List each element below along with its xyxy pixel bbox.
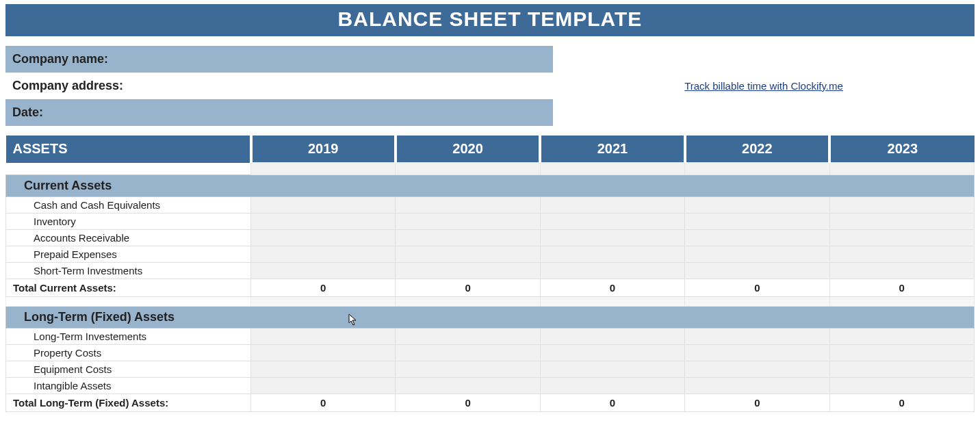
table-row[interactable]: Prepaid Expenses <box>6 246 975 263</box>
total-label: Total Current Assets: <box>6 279 251 297</box>
cell[interactable] <box>540 345 684 361</box>
cell[interactable] <box>251 214 396 230</box>
cell[interactable] <box>540 214 684 230</box>
cell[interactable] <box>540 230 684 246</box>
table-row[interactable] <box>6 297 975 307</box>
cell[interactable] <box>685 246 829 263</box>
cell[interactable] <box>685 378 829 394</box>
table-row[interactable]: Accounts Receivable <box>6 230 975 246</box>
fixed-assets-header-row[interactable]: Long-Term (Fixed) Assets <box>6 307 975 329</box>
table-row[interactable]: Cash and Cash Equivalents <box>6 197 975 214</box>
cell[interactable] <box>829 361 974 378</box>
row-label: Intangible Assets <box>6 378 251 394</box>
cell[interactable] <box>540 361 684 378</box>
cell[interactable] <box>540 329 684 345</box>
row-label: Inventory <box>6 214 251 230</box>
cell[interactable] <box>251 329 396 345</box>
total-value: 0 <box>251 279 396 297</box>
cell[interactable] <box>685 197 829 214</box>
cell[interactable] <box>829 378 974 394</box>
clockify-link[interactable]: Track billable time with Clockify.me <box>684 80 843 92</box>
total-value: 0 <box>540 279 684 297</box>
table-row[interactable]: Property Costs <box>6 345 975 361</box>
total-current-assets-row[interactable]: Total Current Assets: 0 0 0 0 0 <box>6 279 975 297</box>
cell[interactable] <box>396 378 540 394</box>
fixed-assets-header: Long-Term (Fixed) Assets <box>6 307 975 329</box>
cell[interactable] <box>396 230 540 246</box>
current-assets-header: Current Assets <box>6 175 975 197</box>
cell[interactable] <box>829 329 974 345</box>
cell[interactable] <box>685 263 829 279</box>
cell[interactable] <box>396 246 540 263</box>
cell[interactable] <box>251 263 396 279</box>
total-value: 0 <box>829 279 974 297</box>
cell[interactable] <box>829 230 974 246</box>
cell[interactable] <box>829 246 974 263</box>
row-label: Accounts Receivable <box>6 230 251 246</box>
total-label: Total Long-Term (Fixed) Assets: <box>6 394 251 412</box>
table-row[interactable]: Equipment Costs <box>6 361 975 378</box>
table-row[interactable]: Intangible Assets <box>6 378 975 394</box>
cell[interactable] <box>685 345 829 361</box>
assets-header: ASSETS <box>6 136 251 163</box>
cell[interactable] <box>540 378 684 394</box>
cell[interactable] <box>396 329 540 345</box>
cell[interactable] <box>396 214 540 230</box>
cell[interactable] <box>251 378 396 394</box>
total-value: 0 <box>396 394 540 412</box>
cell[interactable] <box>829 263 974 279</box>
cell[interactable] <box>251 361 396 378</box>
cell[interactable] <box>251 197 396 214</box>
cell[interactable] <box>685 361 829 378</box>
current-assets-header-row[interactable]: Current Assets <box>6 175 975 197</box>
cell[interactable] <box>251 230 396 246</box>
cell[interactable] <box>540 197 684 214</box>
year-header: 2020 <box>396 136 540 163</box>
cell[interactable] <box>685 214 829 230</box>
cell[interactable] <box>396 361 540 378</box>
cell[interactable] <box>829 345 974 361</box>
cell[interactable] <box>251 246 396 263</box>
company-name-label[interactable]: Company name: <box>5 46 553 73</box>
cell[interactable] <box>396 263 540 279</box>
table-header-row: ASSETS 2019 2020 2021 2022 2023 <box>6 136 975 163</box>
year-header: 2021 <box>540 136 684 163</box>
year-header: 2022 <box>685 136 829 163</box>
table-row[interactable]: Inventory <box>6 214 975 230</box>
table-row[interactable] <box>6 163 975 175</box>
balance-sheet-table[interactable]: ASSETS 2019 2020 2021 2022 2023 Current … <box>5 136 975 412</box>
cell[interactable] <box>829 197 974 214</box>
table-row[interactable]: Short-Term Investments <box>6 263 975 279</box>
cell[interactable] <box>396 197 540 214</box>
total-value: 0 <box>829 394 974 412</box>
date-label[interactable]: Date: <box>5 99 553 126</box>
total-value: 0 <box>251 394 396 412</box>
year-header: 2023 <box>829 136 974 163</box>
total-value: 0 <box>540 394 684 412</box>
cell[interactable] <box>251 345 396 361</box>
total-fixed-assets-row[interactable]: Total Long-Term (Fixed) Assets: 0 0 0 0 … <box>6 394 975 412</box>
cell[interactable] <box>540 263 684 279</box>
company-address-label[interactable]: Company address: <box>5 73 553 99</box>
cell[interactable] <box>685 230 829 246</box>
row-label: Prepaid Expenses <box>6 246 251 263</box>
table-row[interactable]: Long-Term Investements <box>6 329 975 345</box>
page-title: BALANCE SHEET TEMPLATE <box>5 4 975 36</box>
total-value: 0 <box>396 279 540 297</box>
row-label: Cash and Cash Equivalents <box>6 197 251 214</box>
total-value: 0 <box>685 279 829 297</box>
cell[interactable] <box>540 246 684 263</box>
total-value: 0 <box>685 394 829 412</box>
cell[interactable] <box>396 345 540 361</box>
row-label: Short-Term Investments <box>6 263 251 279</box>
row-label: Long-Term Investements <box>6 329 251 345</box>
year-header: 2019 <box>251 136 396 163</box>
row-label: Equipment Costs <box>6 361 251 378</box>
cell[interactable] <box>685 329 829 345</box>
row-label: Property Costs <box>6 345 251 361</box>
cell[interactable] <box>829 214 974 230</box>
